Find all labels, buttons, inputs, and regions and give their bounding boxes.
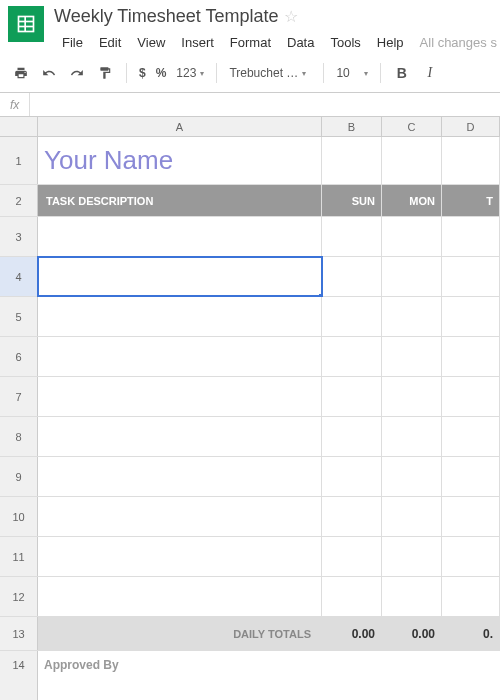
cell-c3[interactable] xyxy=(382,217,442,256)
cell-d13[interactable]: 0. xyxy=(442,617,500,650)
cell-b3[interactable] xyxy=(322,217,382,256)
cell-d7[interactable] xyxy=(442,377,500,416)
cell-a14[interactable]: Approved By xyxy=(38,651,322,679)
row-header-5[interactable]: 5 xyxy=(0,297,38,336)
row-header-8[interactable]: 8 xyxy=(0,417,38,456)
cell-a15[interactable] xyxy=(38,679,322,700)
cell-c4[interactable] xyxy=(382,257,442,296)
select-all-corner[interactable] xyxy=(0,117,38,136)
italic-button[interactable]: I xyxy=(417,60,443,86)
column-header-a[interactable]: A xyxy=(38,117,322,136)
cell-a6[interactable] xyxy=(38,337,322,376)
cell-d15[interactable] xyxy=(442,679,500,700)
row-header-15[interactable]: 15 xyxy=(0,679,38,700)
column-header-d[interactable]: D xyxy=(442,117,500,136)
cell-c9[interactable] xyxy=(382,457,442,496)
cell-d3[interactable] xyxy=(442,217,500,256)
font-family-select[interactable]: Trebuchet …▾ xyxy=(225,64,315,82)
row-header-6[interactable]: 6 xyxy=(0,337,38,376)
cell-a3[interactable] xyxy=(38,217,322,256)
cell-b6[interactable] xyxy=(322,337,382,376)
cell-d12[interactable] xyxy=(442,577,500,616)
cell-d10[interactable] xyxy=(442,497,500,536)
cell-a8[interactable] xyxy=(38,417,322,456)
menu-tools[interactable]: Tools xyxy=(322,31,368,54)
cell-b5[interactable] xyxy=(322,297,382,336)
cell-c8[interactable] xyxy=(382,417,442,456)
cell-c11[interactable] xyxy=(382,537,442,576)
cell-b8[interactable] xyxy=(322,417,382,456)
document-title[interactable]: Weekly Timesheet Template xyxy=(54,6,278,27)
row-header-3[interactable]: 3 xyxy=(0,217,38,256)
cell-a4[interactable] xyxy=(38,257,322,296)
cell-b9[interactable] xyxy=(322,457,382,496)
row-header-2[interactable]: 2 xyxy=(0,185,38,216)
cell-a10[interactable] xyxy=(38,497,322,536)
cell-c6[interactable] xyxy=(382,337,442,376)
currency-format-button[interactable]: $ xyxy=(135,66,150,80)
sheets-app-icon[interactable] xyxy=(8,6,44,42)
cell-b4[interactable] xyxy=(322,257,382,296)
cell-b7[interactable] xyxy=(322,377,382,416)
cell-c2[interactable]: MON xyxy=(382,185,442,216)
row-header-13[interactable]: 13 xyxy=(0,617,38,650)
cell-d8[interactable] xyxy=(442,417,500,456)
cell-c14[interactable] xyxy=(382,651,442,679)
cell-d1[interactable] xyxy=(442,137,500,184)
cell-c10[interactable] xyxy=(382,497,442,536)
print-button[interactable] xyxy=(8,60,34,86)
menu-file[interactable]: File xyxy=(54,31,91,54)
cell-d4[interactable] xyxy=(442,257,500,296)
cell-d2[interactable]: T xyxy=(442,185,500,216)
column-header-c[interactable]: C xyxy=(382,117,442,136)
row-header-11[interactable]: 11 xyxy=(0,537,38,576)
cell-d9[interactable] xyxy=(442,457,500,496)
column-header-b[interactable]: B xyxy=(322,117,382,136)
cell-a5[interactable] xyxy=(38,297,322,336)
cell-d14[interactable] xyxy=(442,651,500,679)
cell-a11[interactable] xyxy=(38,537,322,576)
row-header-7[interactable]: 7 xyxy=(0,377,38,416)
cell-c1[interactable] xyxy=(382,137,442,184)
cell-c15[interactable] xyxy=(382,679,442,700)
cell-c12[interactable] xyxy=(382,577,442,616)
cell-c7[interactable] xyxy=(382,377,442,416)
undo-button[interactable] xyxy=(36,60,62,86)
number-format-button[interactable]: 123▾ xyxy=(172,64,208,82)
cell-b13[interactable]: 0.00 xyxy=(322,617,382,650)
cell-a12[interactable] xyxy=(38,577,322,616)
row-header-10[interactable]: 10 xyxy=(0,497,38,536)
row-header-14[interactable]: 14 xyxy=(0,651,38,679)
row-header-9[interactable]: 9 xyxy=(0,457,38,496)
font-size-select[interactable]: 10▾ xyxy=(332,64,371,82)
bold-button[interactable]: B xyxy=(389,60,415,86)
cell-b12[interactable] xyxy=(322,577,382,616)
star-icon[interactable]: ☆ xyxy=(284,7,298,26)
cell-b1[interactable] xyxy=(322,137,382,184)
cell-b2[interactable]: SUN xyxy=(322,185,382,216)
formula-input[interactable] xyxy=(30,93,500,116)
menu-edit[interactable]: Edit xyxy=(91,31,129,54)
cell-a1[interactable]: Your Name xyxy=(38,137,322,184)
cell-b11[interactable] xyxy=(322,537,382,576)
cell-a7[interactable] xyxy=(38,377,322,416)
menu-format[interactable]: Format xyxy=(222,31,279,54)
menu-data[interactable]: Data xyxy=(279,31,322,54)
row-header-4[interactable]: 4 xyxy=(0,257,38,296)
cell-a9[interactable] xyxy=(38,457,322,496)
cell-a13[interactable]: DAILY TOTALS xyxy=(38,617,322,650)
menu-help[interactable]: Help xyxy=(369,31,412,54)
cell-d6[interactable] xyxy=(442,337,500,376)
row-header-12[interactable]: 12 xyxy=(0,577,38,616)
menu-insert[interactable]: Insert xyxy=(173,31,222,54)
paint-format-button[interactable] xyxy=(92,60,118,86)
cell-b14[interactable] xyxy=(322,651,382,679)
menu-view[interactable]: View xyxy=(129,31,173,54)
cell-c13[interactable]: 0.00 xyxy=(382,617,442,650)
cell-a2[interactable]: TASK DESCRIPTION xyxy=(38,185,322,216)
cell-b15[interactable] xyxy=(322,679,382,700)
cell-d11[interactable] xyxy=(442,537,500,576)
cell-d5[interactable] xyxy=(442,297,500,336)
row-header-1[interactable]: 1 xyxy=(0,137,38,184)
cell-c5[interactable] xyxy=(382,297,442,336)
